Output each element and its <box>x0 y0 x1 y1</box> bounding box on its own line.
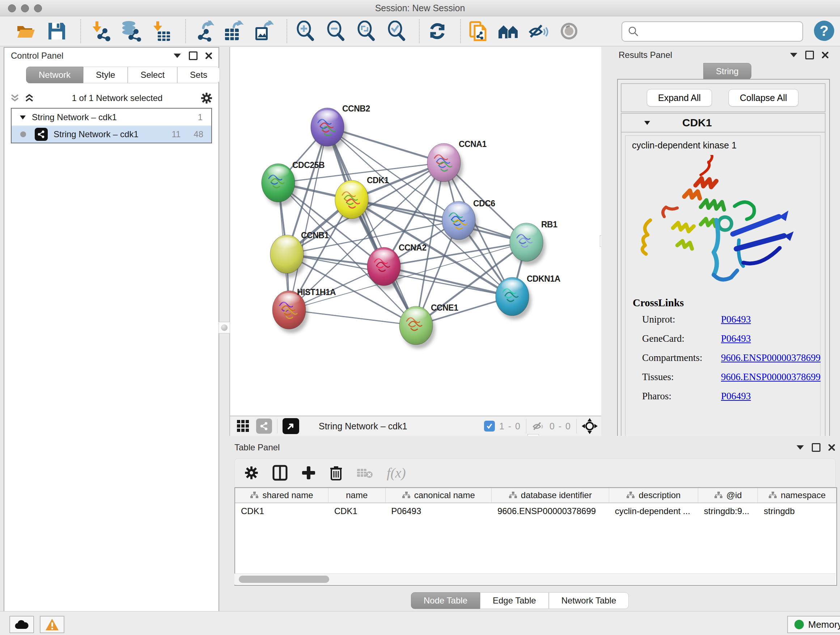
import-network-database-button[interactable] <box>119 20 142 42</box>
node-RB1[interactable]: RB1 <box>510 220 557 265</box>
table-cell[interactable]: stringdb:9... <box>698 503 758 519</box>
add-column-icon[interactable] <box>302 466 316 480</box>
node-CCNB2[interactable]: CCNB2 <box>311 104 370 150</box>
gene-symbol: CDK1 <box>682 117 712 129</box>
gene-section-header[interactable]: CDK1 <box>622 114 825 133</box>
crosslink-link[interactable]: 9606.ENSP00000378699 <box>721 352 821 363</box>
float-panel-icon[interactable] <box>189 51 197 60</box>
node-CDC6[interactable]: CDC6 <box>442 199 495 244</box>
network-options-gear-icon[interactable] <box>201 92 213 104</box>
zoom-selected-button[interactable] <box>385 20 407 42</box>
node-CDC25B[interactable]: CDC25B <box>262 160 325 206</box>
tab-network-table[interactable]: Network Table <box>549 592 629 609</box>
cloud-status-button[interactable] <box>9 616 34 633</box>
float-panel-icon[interactable] <box>805 51 814 59</box>
crosslink-label: Pharos: <box>642 391 721 402</box>
zoom-fit-button[interactable] <box>355 20 377 42</box>
column-header-database-identifier[interactable]: database identifier <box>492 488 609 502</box>
crosslink-link[interactable]: P06493 <box>721 391 751 402</box>
left-splitter-grip[interactable] <box>218 322 230 333</box>
string-home-button[interactable] <box>497 20 519 42</box>
crosslink-link[interactable]: 9606.ENSP00000378699 <box>721 371 821 383</box>
close-panel-icon[interactable] <box>822 52 829 58</box>
tab-edge-table[interactable]: Edge Table <box>480 592 549 609</box>
network-canvas[interactable]: CCNB2CCNA1CDC25BCDK1CDC6RB1CCNB1CCNA2CDK… <box>229 47 602 416</box>
expand-all-button[interactable]: Expand All <box>647 89 712 106</box>
search-field[interactable] <box>622 21 803 42</box>
import-network-file-button[interactable] <box>89 20 111 42</box>
table-settings-gear-icon[interactable] <box>244 466 259 480</box>
hidden-eye-icon <box>531 420 546 432</box>
tab-select[interactable]: Select <box>128 67 177 83</box>
export-network-button[interactable] <box>193 20 215 42</box>
warnings-button[interactable] <box>40 616 65 633</box>
memory-button[interactable]: Memory <box>787 616 840 633</box>
node-table[interactable]: shared namenamecanonical namedatabase id… <box>234 487 837 586</box>
network-collection-row[interactable]: String Network – cdk1 1 <box>11 109 211 126</box>
tab-network[interactable]: Network <box>26 67 83 83</box>
close-panel-icon[interactable] <box>205 52 212 59</box>
float-panel-icon[interactable] <box>812 443 821 452</box>
zoom-out-button[interactable] <box>324 20 347 42</box>
node-CCNA2[interactable]: CCNA2 <box>367 243 426 290</box>
string-enhanced-labels-button[interactable] <box>527 20 550 42</box>
tab-style[interactable]: Style <box>83 67 128 83</box>
network-row[interactable]: String Network – cdk1 11 48 <box>11 126 211 143</box>
tab-string[interactable]: String <box>703 63 752 80</box>
column-header-name[interactable]: name <box>328 488 386 502</box>
selected-nodes-checkbox[interactable] <box>484 421 495 432</box>
column-header-namespace[interactable]: namespace <box>758 488 836 502</box>
export-image-button[interactable] <box>252 20 274 42</box>
panel-menu-icon[interactable] <box>790 53 797 57</box>
table-cell[interactable]: CDK1 <box>328 503 386 519</box>
table-cell[interactable]: CDK1 <box>235 503 328 519</box>
birds-eye-view-icon[interactable] <box>582 418 598 434</box>
show-columns-icon[interactable] <box>272 465 287 481</box>
node-HIST1H1A[interactable]: HIST1H1A <box>272 287 336 333</box>
crosslink-link[interactable]: P06493 <box>721 333 751 344</box>
collection-expander-icon[interactable] <box>19 115 26 120</box>
node-CCNE1[interactable]: CCNE1 <box>399 303 458 348</box>
zoom-in-button[interactable] <box>294 20 316 42</box>
export-table-button[interactable] <box>222 20 245 42</box>
search-input[interactable] <box>643 26 802 37</box>
tab-sets[interactable]: Sets <box>177 67 220 83</box>
table-cell[interactable]: cyclin-dependent ... <box>609 503 698 519</box>
tab-node-table[interactable]: Node Table <box>411 592 480 609</box>
close-panel-icon[interactable] <box>829 444 835 451</box>
crosslink-link[interactable]: P06493 <box>721 314 751 325</box>
column-header-canonical-name[interactable]: canonical name <box>386 488 492 502</box>
table-horizontal-scrollbar[interactable] <box>234 573 836 585</box>
gene-description: cyclin-dependent kinase 1 <box>625 136 820 150</box>
panel-menu-icon[interactable] <box>797 445 804 450</box>
collapse-all-icon[interactable] <box>10 94 19 103</box>
column-header-@id[interactable]: @id <box>698 488 758 502</box>
gene-expander-icon[interactable] <box>644 120 651 125</box>
column-header-shared-name[interactable]: shared name <box>235 488 328 502</box>
collapse-all-button[interactable]: Collapse All <box>729 89 798 106</box>
edge-ccnb2-hist1h1a[interactable] <box>289 127 327 310</box>
node-CCNA1[interactable]: CCNA1 <box>427 139 486 186</box>
table-row[interactable]: CDK1CDK1P064939606.ENSP00000378699cyclin… <box>235 503 836 519</box>
panel-menu-icon[interactable] <box>174 54 181 58</box>
save-session-button[interactable] <box>46 20 68 42</box>
column-header-description[interactable]: description <box>609 488 698 502</box>
edge-ccnb2-ccne1[interactable] <box>327 127 416 325</box>
string-copy-network-button[interactable] <box>467 20 490 42</box>
edge-ccna2-cdkn1a[interactable] <box>384 266 512 296</box>
scrollbar-thumb[interactable] <box>239 576 329 583</box>
delete-column-icon[interactable] <box>330 465 343 480</box>
node-CDKN1A[interactable]: CDKN1A <box>496 274 561 320</box>
grid-view-icon[interactable] <box>236 419 250 433</box>
table-cell[interactable]: P06493 <box>386 503 492 519</box>
table-cell[interactable]: stringdb <box>758 503 836 519</box>
detach-view-icon[interactable] <box>283 418 299 434</box>
table-cell[interactable]: 9606.ENSP00000378699 <box>492 503 609 519</box>
string-glass-effect-button[interactable] <box>558 20 580 42</box>
import-table-file-button[interactable] <box>150 20 172 42</box>
refresh-view-button[interactable] <box>426 20 448 42</box>
network-badge-icon[interactable] <box>256 418 272 434</box>
open-session-button[interactable] <box>14 20 37 42</box>
expand-all-icon[interactable] <box>25 94 34 103</box>
help-button[interactable]: ? <box>814 21 834 41</box>
